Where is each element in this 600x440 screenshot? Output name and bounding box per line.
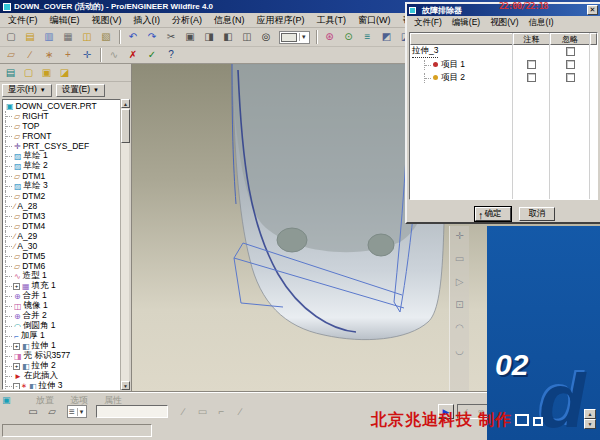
cancel-button[interactable]: 取消 [519, 207, 555, 221]
csys-toggle[interactable]: + [59, 48, 77, 63]
angle-icon[interactable]: ∕ [231, 404, 249, 419]
scroll-down-icon[interactable]: ▼ [121, 381, 130, 390]
find-icon[interactable]: ◎ [257, 30, 275, 45]
delete-icon[interactable]: ✗ [124, 48, 142, 63]
regenerate-icon[interactable]: ⊛ [321, 30, 339, 45]
menu-item-3[interactable]: 插入(I) [128, 13, 167, 28]
tree-item[interactable]: ►在此插入 [5, 371, 128, 381]
context-help-icon[interactable]: ? [162, 48, 180, 63]
depth-value-field[interactable] [96, 405, 168, 418]
close-icon[interactable]: ✕ [587, 5, 598, 15]
overlay-spinner[interactable]: ▲ ▼ [584, 409, 596, 430]
set-working-directory-icon[interactable]: ◫ [78, 30, 96, 45]
tree-item[interactable]: ∕A_29 [5, 231, 128, 241]
tree-item[interactable]: ▱DTM4 [5, 221, 128, 231]
menu-item-2[interactable]: 视图(V) [86, 13, 128, 28]
menu-item-1[interactable]: 编辑(E) [44, 13, 86, 28]
settings-dropdown-button[interactable]: 设置(E) ▼ [56, 84, 105, 97]
tree-item[interactable]: ⌐加厚 1 [5, 331, 128, 341]
chevron-down-icon[interactable]: ▾ [299, 33, 308, 41]
chevron-down-icon[interactable]: ▾ [77, 408, 86, 416]
tree-expander-icon[interactable]: - [13, 383, 20, 390]
menu-item-6[interactable]: 应用程序(P) [251, 13, 311, 28]
spin-center-icon[interactable]: ⊙ [340, 30, 358, 45]
scroll-up-icon[interactable]: ▲ [121, 99, 130, 108]
tree-item[interactable]: ◨壳 标识3577 [5, 351, 128, 361]
layers-icon[interactable]: ≡ [359, 30, 377, 45]
depth-option-combo[interactable]: ≡ ▾ [67, 405, 87, 418]
ignore-checkbox[interactable] [566, 73, 575, 82]
datum-axis-toggle[interactable]: ∕ [21, 48, 39, 63]
copy-icon[interactable]: ▣ [181, 30, 199, 45]
troubleshooter-row[interactable]: 项目 1 [410, 58, 597, 71]
tree-expander-icon[interactable]: + [13, 283, 20, 290]
accept-icon[interactable]: ✓ [143, 48, 161, 63]
surface-toggle[interactable]: ▱ [43, 404, 61, 419]
tree-item[interactable]: -∗◧拉伸 3 [5, 381, 128, 390]
note-checkbox[interactable] [527, 60, 536, 69]
tree-item[interactable]: ∕A_30 [5, 241, 128, 251]
menu-item-0[interactable]: 文件(F) [409, 17, 447, 29]
view-manager-icon[interactable]: ◩ [378, 30, 396, 45]
favorites-tab[interactable]: ▣ [38, 65, 55, 80]
tree-expander-icon[interactable]: + [13, 363, 20, 370]
menu-item-2[interactable]: 视图(V) [485, 17, 523, 29]
note-column-header[interactable]: 注释 [513, 33, 550, 45]
undo-icon[interactable]: ↶ [124, 30, 142, 45]
datum-point-toggle[interactable]: ∗ [40, 48, 58, 63]
print-icon[interactable]: ▦ [59, 30, 77, 45]
tree-item[interactable]: ▱FRONT [5, 131, 128, 141]
select-filter-combo[interactable]: ▾ [279, 31, 310, 44]
menu-item-4[interactable]: 分析(A) [166, 13, 208, 28]
tree-item[interactable]: ▱TOP [5, 121, 128, 131]
menu-item-0[interactable]: 文件(F) [2, 13, 44, 28]
thicken-icon[interactable]: ⌐ [212, 404, 230, 419]
datum-plane-toggle[interactable]: ▱ [2, 48, 20, 63]
revolve-tool-icon[interactable]: ▷ [456, 276, 464, 287]
tree-item[interactable]: ▱RIGHT [5, 111, 128, 121]
round-tool-icon[interactable]: ◠ [455, 322, 464, 333]
extrude-tool-icon[interactable]: ▭ [455, 253, 464, 264]
save-icon[interactable]: ▥ [40, 30, 58, 45]
sweep-tool-icon[interactable]: ⊡ [455, 299, 463, 310]
tree-item[interactable]: ▱DTM2 [5, 191, 128, 201]
tree-item[interactable]: ▱DTM3 [5, 211, 128, 221]
datum-tool-icon[interactable]: ✛ [455, 230, 463, 241]
troubleshooter-row[interactable]: 项目 2 [410, 71, 597, 84]
menu-item-7[interactable]: 工具(T) [311, 13, 353, 28]
shell-tool-icon[interactable]: ◡ [455, 345, 464, 356]
menu-item-5[interactable]: 信息(N) [208, 13, 251, 28]
menu-item-3[interactable]: 信息(I) [524, 17, 559, 29]
tree-expander-icon[interactable]: + [13, 343, 20, 350]
ignore-column-header[interactable]: 忽略 [550, 33, 590, 45]
tree-item[interactable]: ▨草绘 2 [5, 161, 128, 171]
spin-center-toggle[interactable]: ✛ [78, 48, 96, 63]
model-hole-right[interactable] [368, 234, 394, 256]
menu-item-8[interactable]: 窗口(W) [352, 13, 397, 28]
tree-item[interactable]: ▱DTM5 [5, 251, 128, 261]
tree-item[interactable]: ▣DOWN_COVER.PRT [5, 101, 128, 111]
remove-material-icon[interactable]: ▭ [193, 404, 211, 419]
model-tree-tab[interactable]: ▤ [2, 65, 19, 80]
tree-item[interactable]: ∕A_28 [5, 201, 128, 211]
history-tab[interactable]: ◪ [56, 65, 73, 80]
ignore-checkbox[interactable] [566, 60, 575, 69]
note-checkbox[interactable] [527, 73, 536, 82]
redo-icon[interactable]: ↷ [143, 30, 161, 45]
open-icon[interactable]: ▤ [21, 30, 39, 45]
spin-down-icon[interactable]: ▼ [584, 419, 596, 429]
troubleshooter-row[interactable]: 拉伸_3 [410, 45, 597, 58]
flip-direction-icon[interactable]: ∕ [174, 404, 192, 419]
mail-icon[interactable]: ▧ [97, 30, 115, 45]
folder-browser-tab[interactable]: ▢ [20, 65, 37, 80]
paste-special-icon[interactable]: ◧ [219, 30, 237, 45]
sketch-tool-icon[interactable]: ∿ [105, 48, 123, 63]
scrollbar-thumb[interactable] [121, 109, 130, 143]
tree-item[interactable]: ∿造型 1 [5, 271, 128, 281]
show-dropdown-button[interactable]: 显示(H) ▼ [2, 84, 52, 97]
solid-toggle[interactable]: ▭ [24, 404, 42, 419]
model-hole-left[interactable] [277, 228, 307, 252]
menu-item-1[interactable]: 编辑(E) [447, 17, 485, 29]
spin-up-icon[interactable]: ▲ [584, 409, 596, 419]
tree-item[interactable]: ▨草绘 3 [5, 181, 128, 191]
